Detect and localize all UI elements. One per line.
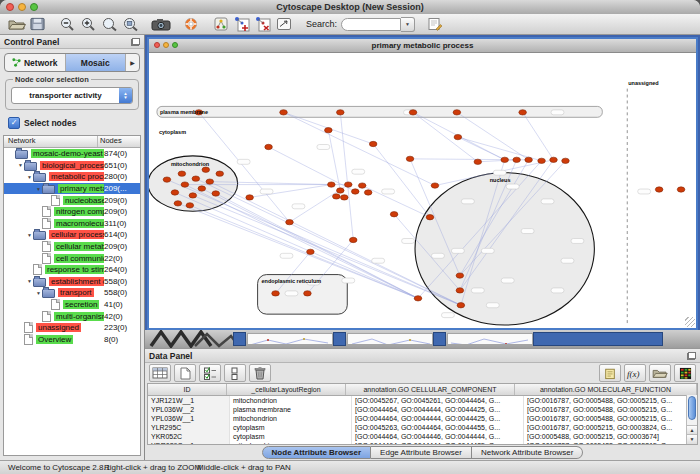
tree-row-node-count: 41(0) bbox=[104, 299, 140, 311]
tab-network-attribute-browser[interactable]: Network Attribute Browser bbox=[472, 446, 583, 459]
function-builder-icon[interactable]: f(x) bbox=[624, 364, 646, 382]
zoom-selected-icon[interactable] bbox=[120, 15, 141, 33]
scrollbar-thumb[interactable] bbox=[688, 396, 696, 420]
table-cell: YPL036W__2 bbox=[148, 405, 230, 414]
table-row[interactable]: YKR052Ccytoplasm[GO:0044464, GO:0044446,… bbox=[148, 432, 697, 441]
save-session-icon[interactable] bbox=[27, 15, 48, 33]
select-attributes-icon[interactable] bbox=[199, 364, 221, 382]
advanced-search-icon[interactable] bbox=[424, 15, 445, 33]
unselect-attributes-icon[interactable] bbox=[224, 364, 246, 382]
table-cell: [GO:0016787, GO:0005488, GO:0005215, G..… bbox=[524, 414, 697, 423]
tree-row[interactable]: response to stimulu264(0) bbox=[4, 264, 140, 276]
search-dropdown-icon[interactable]: ▼ bbox=[401, 17, 415, 32]
graphics-details-icon[interactable] bbox=[210, 15, 231, 33]
table-row[interactable]: YLR295Ccytoplasm[GO:0045263, GO:0044464,… bbox=[148, 423, 697, 432]
tree-row[interactable]: ▼primary metabo209(... bbox=[4, 183, 140, 195]
tree-column-nodes[interactable]: Nodes bbox=[97, 136, 140, 147]
file-icon bbox=[51, 195, 60, 206]
tree-row[interactable]: cell communicat22(0) bbox=[4, 252, 140, 264]
tree-row[interactable]: unassigned223(0) bbox=[4, 322, 140, 334]
main-toolbar: Search: ▼ bbox=[0, 14, 700, 35]
table-cell: YKR052C bbox=[148, 432, 230, 441]
network-node bbox=[186, 203, 194, 208]
tab-overflow-arrow-icon[interactable]: ▶ bbox=[126, 54, 139, 71]
tree-row[interactable]: ▼biological_process651(0) bbox=[4, 160, 140, 172]
tree-row[interactable]: secretion41(0) bbox=[4, 299, 140, 311]
network-canvas[interactable]: plasma membranecytoplasmmitochondrionnuc… bbox=[149, 53, 696, 328]
column-header-region[interactable]: _cellularLayoutRegion bbox=[227, 384, 346, 395]
expand-arrow-icon[interactable]: ▼ bbox=[17, 162, 24, 168]
tree-row[interactable]: macromolecule311(0) bbox=[4, 218, 140, 230]
status-welcome: Welcome to Cytoscape 2.8.1 bbox=[8, 463, 110, 472]
new-attribute-icon[interactable] bbox=[174, 364, 196, 382]
expand-arrow-icon[interactable]: ▼ bbox=[26, 174, 33, 180]
scroll-down-icon[interactable]: ▼ bbox=[687, 434, 697, 444]
select-nodes-checkbox[interactable]: ✓ bbox=[8, 117, 20, 129]
search-input[interactable] bbox=[341, 18, 401, 31]
network-edge bbox=[284, 112, 435, 185]
tree-row-node-count: 223(0) bbox=[104, 322, 140, 334]
zoom-out-icon[interactable] bbox=[57, 15, 78, 33]
node-label-capsule bbox=[352, 169, 365, 174]
node-label-capsule bbox=[571, 238, 584, 243]
attribute-matrix-icon[interactable] bbox=[149, 364, 171, 382]
float-panel-icon[interactable] bbox=[131, 38, 140, 46]
tree-row[interactable]: ▼metabolic process280(0) bbox=[4, 171, 140, 183]
tree-row[interactable]: ▼establishment of lo558(0) bbox=[4, 276, 140, 288]
snapshot-icon[interactable] bbox=[150, 15, 171, 33]
expand-arrow-icon[interactable]: ▼ bbox=[35, 290, 42, 296]
tab-edge-attribute-browser[interactable]: Edge Attribute Browser bbox=[371, 446, 472, 459]
tab-network[interactable]: Network bbox=[5, 54, 66, 71]
tree-row[interactable]: ▼cellular process614(0) bbox=[4, 229, 140, 241]
open-session-icon[interactable] bbox=[6, 15, 27, 33]
column-header-id[interactable]: ID bbox=[148, 384, 227, 395]
zoom-in-icon[interactable] bbox=[78, 15, 99, 33]
node-label-capsule bbox=[521, 229, 534, 234]
network-node bbox=[677, 187, 685, 192]
tree-row[interactable]: cellular metabo209(0) bbox=[4, 241, 140, 253]
tree-row[interactable]: nitrogen compo209(0) bbox=[4, 206, 140, 218]
attribute-editor-icon[interactable] bbox=[599, 364, 621, 382]
expand-arrow-icon[interactable]: ▼ bbox=[35, 186, 42, 192]
tree-row[interactable]: multi-organism pro42(0) bbox=[4, 310, 140, 322]
table-cell: mitochondrion bbox=[230, 396, 352, 405]
resize-grip[interactable] bbox=[685, 317, 695, 327]
network-window-titlebar[interactable]: primary metabolic process bbox=[149, 39, 696, 53]
tab-mosaic[interactable]: Mosaic bbox=[66, 54, 127, 71]
network-node bbox=[206, 179, 214, 184]
column-header-molecular[interactable]: annotation.GO MOLECULAR_FUNCTION bbox=[515, 384, 697, 395]
network-node bbox=[474, 159, 482, 164]
table-row[interactable]: YDR039C__1mitochondrion[GO:0044464, GO:0… bbox=[148, 441, 697, 445]
heatmap-icon[interactable] bbox=[674, 364, 696, 382]
table-scrollbar[interactable]: ▲ ▼ bbox=[686, 395, 697, 444]
network-node bbox=[328, 182, 336, 187]
table-row[interactable]: YPL036W__2plasma membrane[GO:0044464, GO… bbox=[148, 405, 697, 414]
tree-row-label: transport bbox=[58, 288, 94, 297]
network-node bbox=[192, 176, 200, 181]
tree-column-network[interactable]: Network bbox=[4, 136, 97, 147]
network-node bbox=[202, 167, 210, 172]
float-data-panel-icon[interactable] bbox=[687, 352, 696, 360]
table-cell: [GO:0016787, GO:0005488, GO:0005215, G..… bbox=[524, 396, 697, 405]
expand-arrow-icon[interactable]: ▼ bbox=[26, 278, 33, 284]
column-header-cellular[interactable]: annotation.GO CELLULAR_COMPONENT bbox=[346, 384, 515, 395]
tree-row-label: unassigned bbox=[36, 323, 81, 332]
help-lifesaver-icon[interactable] bbox=[180, 15, 201, 33]
tree-row[interactable]: nucleobase-209(0) bbox=[4, 194, 140, 206]
zoom-fit-icon[interactable] bbox=[99, 15, 120, 33]
edit-network-add-icon[interactable] bbox=[231, 15, 252, 33]
tab-node-attribute-browser[interactable]: Node Attribute Browser bbox=[262, 446, 372, 459]
node-color-combobox[interactable]: transporter activity ▲▼ bbox=[11, 87, 133, 104]
node-label-capsule bbox=[237, 159, 250, 164]
vizmapper-icon[interactable] bbox=[273, 15, 294, 33]
table-row[interactable]: YPL036W__1mitochondrion[GO:0044464, GO:0… bbox=[148, 414, 697, 423]
delete-attribute-icon[interactable] bbox=[249, 364, 271, 382]
tree-row[interactable]: mosaic-demo-yeast874(0) bbox=[4, 148, 140, 160]
import-attributes-icon[interactable] bbox=[649, 364, 671, 382]
tree-row[interactable]: ▼transport558(0) bbox=[4, 287, 140, 299]
table-row[interactable]: YJR121W__1mitochondrion[GO:0045267, GO:0… bbox=[148, 396, 697, 405]
expand-arrow-icon[interactable]: ▼ bbox=[26, 232, 33, 238]
edit-network-remove-icon[interactable] bbox=[252, 15, 273, 33]
tree-row[interactable]: Overview8(0) bbox=[4, 334, 140, 346]
tree-row-label: mosaic-demo-yeast bbox=[31, 149, 105, 158]
